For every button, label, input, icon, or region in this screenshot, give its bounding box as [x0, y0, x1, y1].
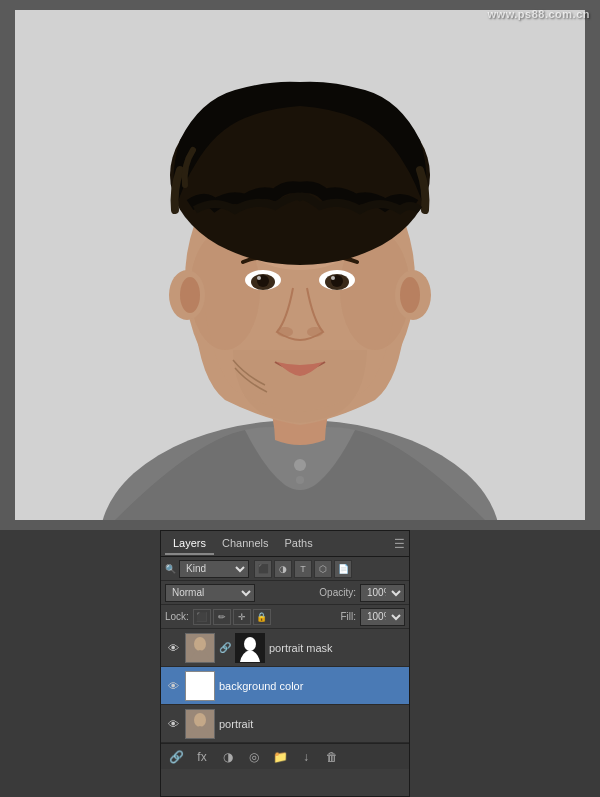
- layer-thumb-background-color: [185, 671, 215, 701]
- svg-point-26: [244, 637, 256, 651]
- opacity-label: Opacity:: [319, 587, 356, 598]
- svg-point-2: [294, 459, 306, 471]
- svg-point-16: [277, 327, 293, 337]
- new-adjustment-btn[interactable]: ◎: [243, 746, 265, 768]
- tab-channels[interactable]: Channels: [214, 533, 276, 555]
- lock-paint-btn[interactable]: ✏: [213, 609, 231, 625]
- lock-row: Lock: ⬛ ✏ ✛ 🔒 Fill: 100%: [161, 605, 409, 629]
- visibility-eye-background-color[interactable]: 👁: [165, 678, 181, 694]
- filter-smart-btn[interactable]: 📄: [334, 560, 352, 578]
- svg-point-19: [180, 277, 200, 313]
- new-group-btn[interactable]: 📁: [269, 746, 291, 768]
- filter-type-btn[interactable]: T: [294, 560, 312, 578]
- svg-point-17: [307, 327, 323, 337]
- filter-buttons: ⬛ ◑ T ⬡ 📄: [254, 560, 352, 578]
- link-layers-btn[interactable]: 🔗: [165, 746, 187, 768]
- layer-item-background-color[interactable]: 👁 background color: [161, 667, 409, 705]
- watermark-text: www.ps88.com.cn: [488, 8, 590, 20]
- portrait-svg: [15, 10, 585, 520]
- canvas-area: www.ps88.com.cn: [0, 0, 600, 530]
- tabs-row: Layers Channels Paths ☰: [161, 531, 409, 557]
- svg-point-11: [257, 276, 261, 280]
- svg-point-3: [296, 476, 304, 484]
- blend-row: Normal Opacity: 100%: [161, 581, 409, 605]
- visibility-eye-portrait-mask[interactable]: 👁: [165, 640, 181, 656]
- lock-all-btn[interactable]: 🔒: [253, 609, 271, 625]
- blend-mode-dropdown[interactable]: Normal: [165, 584, 255, 602]
- filter-adjustment-btn[interactable]: ◑: [274, 560, 292, 578]
- add-mask-btn[interactable]: ◑: [217, 746, 239, 768]
- fill-label: Fill:: [340, 611, 356, 622]
- delete-layer-btn[interactable]: 🗑: [321, 746, 343, 768]
- layer-name-portrait-mask: portrait mask: [269, 642, 405, 654]
- new-layer-btn[interactable]: ↓: [295, 746, 317, 768]
- tab-layers[interactable]: Layers: [165, 533, 214, 555]
- layers-panel: Layers Channels Paths ☰ 🔍 Kind ⬛ ◑ T ⬡ 📄…: [160, 530, 410, 797]
- svg-point-24: [194, 637, 206, 651]
- panel-menu-icon[interactable]: ☰: [394, 537, 405, 551]
- lock-label: Lock:: [165, 611, 189, 622]
- visibility-eye-portrait[interactable]: 👁: [165, 716, 181, 732]
- fill-dropdown[interactable]: 100%: [360, 608, 405, 626]
- filter-search-icon: 🔍: [165, 564, 176, 574]
- layer-item-portrait-mask[interactable]: 👁 🔗 portrait mask: [161, 629, 409, 667]
- tab-paths[interactable]: Paths: [277, 533, 321, 555]
- svg-point-15: [331, 276, 335, 280]
- svg-point-28: [194, 713, 206, 727]
- layer-mask-portrait-mask: [235, 633, 265, 663]
- layer-thumb-portrait: [185, 709, 215, 739]
- layer-thumb-portrait-mask: [185, 633, 215, 663]
- filter-pixel-btn[interactable]: ⬛: [254, 560, 272, 578]
- layer-chain-portrait-mask: 🔗: [219, 640, 231, 656]
- layer-effects-btn[interactable]: fx: [191, 746, 213, 768]
- svg-point-21: [400, 277, 420, 313]
- filter-kind-dropdown[interactable]: Kind: [179, 560, 249, 578]
- bottom-toolbar: 🔗 fx ◑ ◎ 📁 ↓ 🗑: [161, 743, 409, 769]
- lock-move-btn[interactable]: ✛: [233, 609, 251, 625]
- layer-name-portrait: portrait: [219, 718, 405, 730]
- filter-shape-btn[interactable]: ⬡: [314, 560, 332, 578]
- layer-item-portrait[interactable]: 👁 portrait: [161, 705, 409, 743]
- lock-buttons: ⬛ ✏ ✛ 🔒: [193, 609, 271, 625]
- canvas-image: [15, 10, 585, 520]
- lock-transparency-btn[interactable]: ⬛: [193, 609, 211, 625]
- filter-row: 🔍 Kind ⬛ ◑ T ⬡ 📄: [161, 557, 409, 581]
- opacity-dropdown[interactable]: 100%: [360, 584, 405, 602]
- layer-name-background-color: background color: [219, 680, 405, 692]
